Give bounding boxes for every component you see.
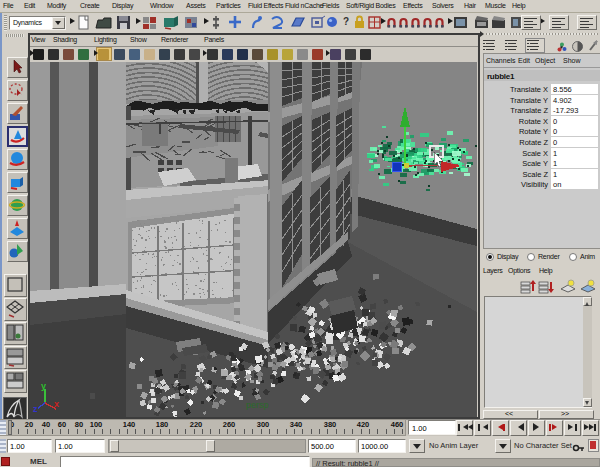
svg-text:persp: persp <box>246 400 269 410</box>
svg-text:y: y <box>41 381 46 391</box>
svg-text:z: z <box>33 404 38 414</box>
svg-text:x: x <box>54 399 59 409</box>
